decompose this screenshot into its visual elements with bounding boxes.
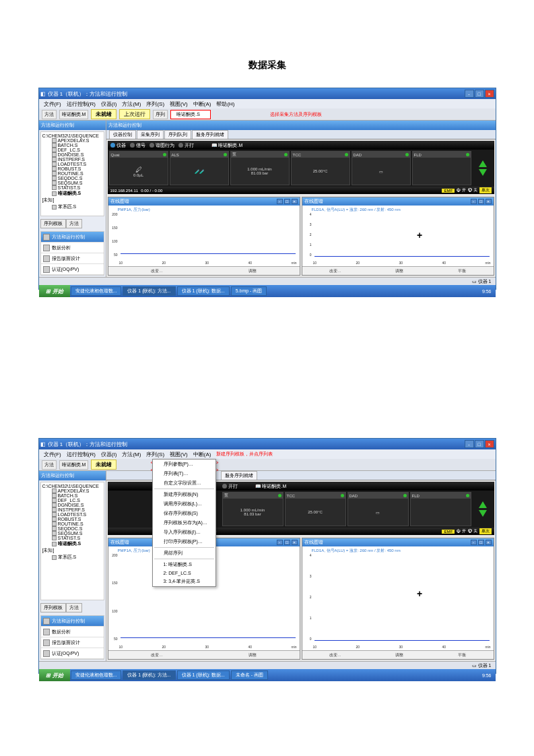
fs-change[interactable]: 改变… [329,268,341,274]
taskbar-item[interactable]: 5.bmp - 画图 [231,286,267,296]
method-selector[interactable]: 唯诺酮类.M [59,460,89,470]
off-button[interactable]: ⏼ 关 [468,528,477,534]
plot-min-icon[interactable]: - [471,540,477,545]
tree-item[interactable]: INSTPERF.S [42,507,102,512]
tree-item[interactable]: ROUTINE.S [42,171,102,176]
module-dad[interactable]: DAD▭ [347,492,409,526]
seq-selector[interactable]: 唯诺酮类.S [170,110,211,119]
minimize-button[interactable]: - [465,90,474,98]
dash-tab[interactable]: 信号 [136,142,145,149]
tree-item[interactable]: DGNOISE.S [42,152,102,157]
tab-instrument-control[interactable]: 仪器控制 [109,130,136,139]
tree-item-selected[interactable]: 唯诺酮类.S [42,190,102,197]
tree-item[interactable]: SEQDOC.S [42,526,102,531]
plot-close-icon[interactable]: × [292,540,298,545]
menu-file[interactable]: 文件(F) [42,451,63,458]
menu-sequence[interactable]: 序列(S) [144,100,166,108]
taskbar-item[interactable]: 安捷伦液相色谱数... [71,286,122,296]
tree-item-selected[interactable]: 唯诺酮类.S [42,540,102,547]
tree-item[interactable]: STATIST.S [42,536,102,540]
menu-item[interactable]: 打印序列模板(P)… [153,537,215,546]
fs-adjust[interactable]: 调整 [395,268,403,274]
tree-root[interactable]: C:\CHEM32\1\SEQUENCE [42,133,102,138]
dash-tab[interactable]: 开打 [228,483,238,490]
tree-item[interactable]: INSTPERF.S [42,157,102,162]
module-als[interactable]: ALS🧪🧪 [170,151,229,185]
module-pump[interactable]: 泵1.000 mL/min81.03 bar [222,492,283,526]
nav-oqpv[interactable]: 认证(OQ/PV) [41,648,104,659]
sequence-tree[interactable]: C:\CHEM32\1\SEQUENCE APEXDELAY.S BATCH.S… [40,482,104,600]
last-run-button[interactable]: 上次运行 [119,109,150,119]
menu-run[interactable]: 运行控制(R) [65,100,98,108]
fs-change[interactable]: 改变… [329,652,341,658]
menu-run[interactable]: 运行控制(R) [65,451,98,458]
tree-item[interactable]: ROBUST.S [42,517,102,522]
tree-item[interactable]: BATCH.S [42,493,102,498]
module-dad[interactable]: DAD▭ [352,151,411,185]
nav-data-analysis[interactable]: 数据分析 [41,243,104,253]
tab-seq-template[interactable]: 序列模板 [40,219,66,228]
taskbar-item[interactable]: 仪器 1 (联机): 方法... [123,670,175,680]
dash-tab[interactable]: 开打 [185,142,194,149]
plot-canvas[interactable]: FLD1A, 信号A(LU) = 激发: 260 nm / 发射: 450 nm… [302,206,494,266]
nav-data-analysis[interactable]: 数据分析 [41,627,104,637]
menu-instrument[interactable]: 仪器(I) [99,451,119,458]
plot-min-icon[interactable]: - [277,540,283,545]
fs-balance[interactable]: 平衡 [458,268,466,274]
tab-service-seq[interactable]: 服务序列就绪 [221,471,257,480]
plot-max-icon[interactable]: □ [284,199,290,204]
menu-item[interactable]: 序列表(T)… [153,469,215,478]
menu-method[interactable]: 方法(M) [120,100,143,108]
menu-item[interactable]: 导入序列模板(I)… [153,528,215,537]
tree-item[interactable]: 苯系匹.S [42,203,102,210]
tab-seq-template[interactable]: 序列模板 [40,603,66,612]
maximize-button[interactable]: □ [475,90,484,98]
tree-item[interactable]: DEF_LC.S [42,498,102,503]
fs-adjust[interactable]: 调整 [395,652,403,658]
tree-item[interactable]: DGNOISE.S [42,503,102,507]
tree-item[interactable]: SEQDOC.S [42,176,102,181]
tree-item[interactable]: ROUTINE.S [42,522,102,526]
tab-seq-queue[interactable]: 序列队列 [164,130,191,139]
module-pump[interactable]: 泵1.000 mL/min81.03 bar [230,151,290,185]
menu-help[interactable]: 帮助(H) [214,100,236,108]
on-button[interactable]: ⏻ 开 [457,187,466,193]
system-tray[interactable]: 9:56 [478,673,496,678]
menu-item[interactable]: 序列参数(P)… [153,460,215,469]
close-button[interactable]: × [485,90,494,98]
fs-balance[interactable]: 平衡 [458,652,466,658]
plot-close-icon[interactable]: × [292,199,298,204]
nav-method-run[interactable]: 方法和运行控制 [41,232,104,243]
menu-method[interactable]: 方法(M) [120,451,143,458]
plot-close-icon[interactable]: × [486,540,492,545]
plot-max-icon[interactable]: □ [284,540,290,545]
tree-item[interactable]: 苯系匹.S [42,554,102,561]
menu-file[interactable]: 文件(F) [42,100,63,108]
taskbar-item[interactable]: 仪器 1 (联机): 方法... [123,286,175,296]
sequence-tree[interactable]: C:\CHEM32\1\SEQUENCE APEXDELAY.S BATCH.S… [40,131,104,216]
dash-tab[interactable]: 谱图行为 [156,142,174,149]
single-button[interactable]: 单次 [479,528,492,534]
tab-method[interactable]: 方法 [66,219,82,228]
module-fld[interactable]: FLD [410,492,471,526]
taskbar-item[interactable]: 仪器 1 (联机): 数据... [177,286,230,296]
tree-item[interactable]: SEQSUM.S [42,531,102,536]
tab-acq-sequence[interactable]: 采集序列 [137,130,164,139]
close-button[interactable]: × [485,440,494,448]
tree-item[interactable]: SEQSUM.S [42,181,102,185]
system-tray[interactable]: 9:56 [478,289,496,294]
nav-oqpv[interactable]: 认证(OQ/PV) [41,264,104,275]
minimize-button[interactable]: - [465,440,474,448]
nav-report[interactable]: 报告版面设计 [41,253,104,264]
menu-item[interactable]: 局部序列 [153,548,215,558]
module-tcc[interactable]: TCC25.00°C [285,492,346,526]
module-fld[interactable]: FLD [412,151,471,185]
menu-item[interactable]: 调用序列模板(L)… [153,499,215,509]
menu-item[interactable]: 序列模板另存为(A)… [153,518,215,528]
tree-item[interactable]: DEF_LC.S [42,148,102,152]
tab-method[interactable]: 方法 [66,603,82,612]
tree-sub[interactable]: [未知] [42,547,102,554]
menu-instrument[interactable]: 仪器(I) [99,100,119,108]
plot-min-icon[interactable]: - [277,199,283,204]
fs-change[interactable]: 改变… [151,652,163,658]
